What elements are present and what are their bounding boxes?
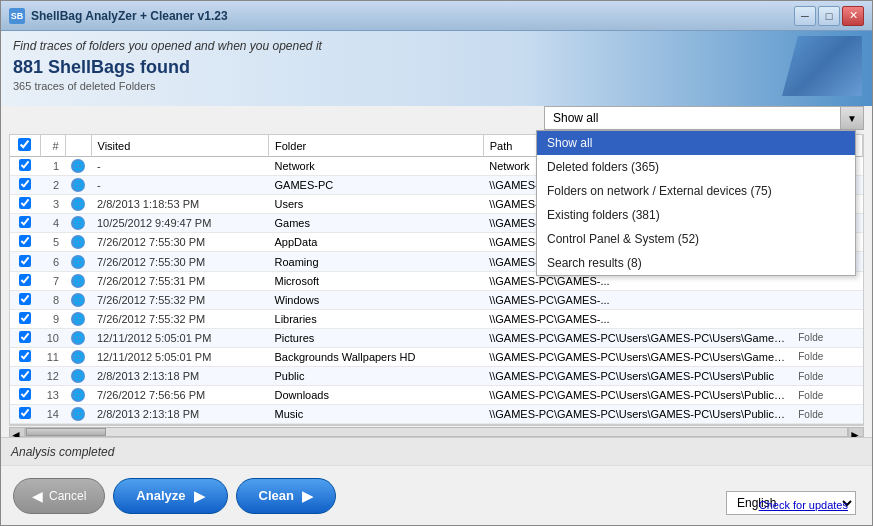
row-checkbox[interactable] (10, 328, 40, 347)
row-num: 8 (40, 290, 65, 309)
row-num: 5 (40, 233, 65, 252)
maximize-button[interactable]: □ (818, 6, 840, 26)
window-controls: ─ □ ✕ (794, 6, 864, 26)
row-checkbox[interactable] (10, 347, 40, 366)
row-folder: Music (269, 405, 484, 424)
row-visited: 10/25/2012 9:49:47 PM (91, 214, 269, 233)
globe-icon: 🌐 (71, 388, 85, 402)
row-folder: Network (269, 157, 484, 176)
globe-icon: 🌐 (71, 255, 85, 269)
row-checkbox[interactable] (10, 290, 40, 309)
row-visited: 7/26/2012 7:55:30 PM (91, 233, 269, 252)
table-row[interactable]: 10 🌐 12/11/2012 5:05:01 PM Pictures \\GA… (10, 328, 863, 347)
row-icon: 🌐 (65, 157, 91, 176)
globe-icon: 🌐 (71, 216, 85, 230)
main-window: SB ShellBag AnalyZer + Cleaner v1.23 ─ □… (0, 0, 873, 526)
row-folder: Roaming (269, 252, 484, 271)
app-icon: SB (9, 8, 25, 24)
row-num: 6 (40, 252, 65, 271)
row-folder: Games (269, 214, 484, 233)
col-visited[interactable]: Visited (91, 135, 269, 157)
globe-icon: 🌐 (71, 293, 85, 307)
clean-button[interactable]: Clean ▶ (236, 478, 336, 514)
row-checkbox[interactable] (10, 405, 40, 424)
row-visited: 7/26/2012 7:55:31 PM (91, 271, 269, 290)
close-button[interactable]: ✕ (842, 6, 864, 26)
table-row[interactable]: 15 🌐 7/26/2012 7:57:19 PM Mozilla Firefo… (10, 424, 863, 425)
row-checkbox[interactable] (10, 271, 40, 290)
bottom-bar: ◀ Cancel Analyze ▶ Clean ▶ English Check… (1, 465, 872, 525)
col-icon (65, 135, 91, 157)
horizontal-scrollbar[interactable]: ◄ ► (9, 425, 864, 437)
row-path: \\GAMES-PC\GAMES-PC\Mozilla Firefox (483, 424, 792, 425)
row-num: 7 (40, 271, 65, 290)
row-checkbox[interactable] (10, 214, 40, 233)
row-checkbox[interactable] (10, 367, 40, 386)
table-row[interactable]: 14 🌐 2/8/2013 2:13:18 PM Music \\GAMES-P… (10, 405, 863, 424)
filter-current-value: Show all (553, 111, 598, 125)
row-num: 15 (40, 424, 65, 425)
dropdown-item-search[interactable]: Search results (8) (537, 251, 855, 275)
row-icon: 🌐 (65, 214, 91, 233)
row-icon: 🌐 (65, 424, 91, 425)
row-checkbox[interactable] (10, 386, 40, 405)
scroll-track[interactable] (25, 427, 848, 437)
row-folder: Public (269, 367, 484, 386)
dropdown-item-deleted[interactable]: Deleted folders (365) (537, 155, 855, 179)
col-checkbox[interactable] (10, 135, 40, 157)
minimize-button[interactable]: ─ (794, 6, 816, 26)
row-extra: Folde (792, 347, 862, 366)
row-icon: 🌐 (65, 176, 91, 195)
row-extra: Folde (792, 424, 862, 425)
scroll-right-btn[interactable]: ► (848, 427, 864, 437)
row-folder: Mozilla Firefox (269, 424, 484, 425)
row-path: \\GAMES-PC\GAMES-PC\Users\GAMES-PC\Users… (483, 367, 792, 386)
row-icon: 🌐 (65, 405, 91, 424)
table-row[interactable]: 13 🌐 7/26/2012 7:56:56 PM Downloads \\GA… (10, 386, 863, 405)
row-folder: GAMES-PC (269, 176, 484, 195)
row-extra: Folde (792, 328, 862, 347)
filter-dropdown-arrow[interactable]: ▼ (840, 106, 864, 130)
row-extra: Folde (792, 405, 862, 424)
check-updates-link[interactable]: Check for updates (759, 499, 848, 511)
table-row[interactable]: 8 🌐 7/26/2012 7:55:32 PM Windows \\GAMES… (10, 290, 863, 309)
row-num: 2 (40, 176, 65, 195)
row-path: \\GAMES-PC\GAMES-PC\Users\GAMES-PC\Users… (483, 347, 792, 366)
dropdown-item-existing[interactable]: Existing folders (381) (537, 203, 855, 227)
row-checkbox[interactable] (10, 424, 40, 425)
row-num: 1 (40, 157, 65, 176)
row-checkbox[interactable] (10, 176, 40, 195)
row-visited: 7/26/2012 7:57:19 PM (91, 424, 269, 425)
row-num: 9 (40, 309, 65, 328)
row-checkbox[interactable] (10, 157, 40, 176)
table-row[interactable]: 12 🌐 2/8/2013 2:13:18 PM Public \\GAMES-… (10, 367, 863, 386)
row-visited: 7/26/2012 7:55:30 PM (91, 252, 269, 271)
globe-icon: 🌐 (71, 407, 85, 421)
header: Find traces of folders you opened and wh… (1, 31, 872, 106)
row-checkbox[interactable] (10, 252, 40, 271)
dropdown-item-control[interactable]: Control Panel & System (52) (537, 227, 855, 251)
row-visited: 7/26/2012 7:56:56 PM (91, 386, 269, 405)
title-bar: SB ShellBag AnalyZer + Cleaner v1.23 ─ □… (1, 1, 872, 31)
table-row[interactable]: 11 🌐 12/11/2012 5:05:01 PM Backgrounds W… (10, 347, 863, 366)
row-num: 14 (40, 405, 65, 424)
row-folder: Windows (269, 290, 484, 309)
status-text: Analysis completed (11, 445, 114, 459)
row-num: 4 (40, 214, 65, 233)
row-checkbox[interactable] (10, 195, 40, 214)
col-num[interactable]: # (40, 135, 65, 157)
dropdown-item-show-all[interactable]: Show all (537, 131, 855, 155)
row-extra (792, 309, 862, 328)
row-extra: Folde (792, 386, 862, 405)
row-checkbox[interactable] (10, 309, 40, 328)
filter-dropdown-button[interactable]: Show all (544, 106, 864, 130)
table-row[interactable]: 9 🌐 7/26/2012 7:55:32 PM Libraries \\GAM… (10, 309, 863, 328)
analyze-button[interactable]: Analyze ▶ (113, 478, 227, 514)
cancel-button[interactable]: ◀ Cancel (13, 478, 105, 514)
scroll-thumb[interactable] (26, 428, 106, 436)
dropdown-item-network[interactable]: Folders on network / External devices (7… (537, 179, 855, 203)
row-icon: 🌐 (65, 367, 91, 386)
row-checkbox[interactable] (10, 233, 40, 252)
col-folder[interactable]: Folder (269, 135, 484, 157)
scroll-left-btn[interactable]: ◄ (9, 427, 25, 437)
